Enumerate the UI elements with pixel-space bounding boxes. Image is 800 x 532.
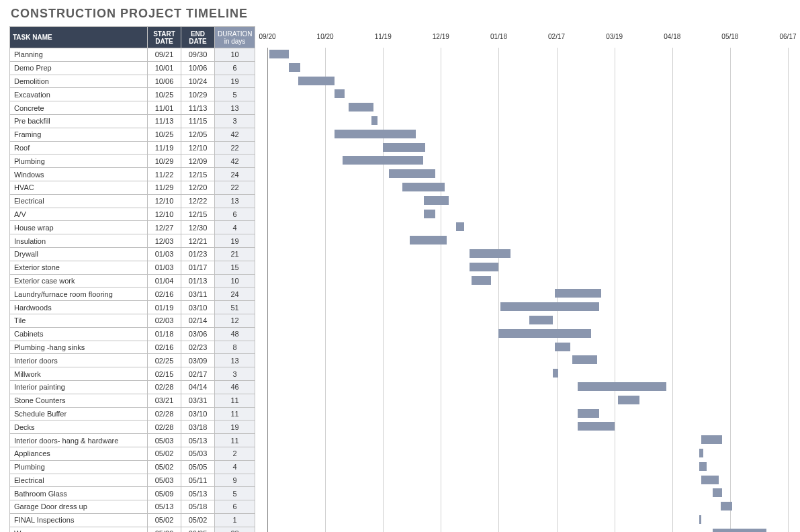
gantt-bar[interactable] [456, 222, 463, 231]
task-end: 05/13 [181, 434, 215, 447]
gantt-bar[interactable] [269, 50, 289, 58]
task-end: 05/11 [181, 474, 215, 487]
gantt-bar[interactable] [383, 143, 425, 152]
gantt-bar[interactable] [699, 449, 703, 457]
gantt-bar[interactable] [335, 89, 344, 98]
table-row[interactable]: Garage Door dress up05/1305/186 [10, 500, 255, 514]
table-row[interactable]: Framing10/2512/0542 [10, 128, 255, 141]
task-end: 03/18 [181, 420, 215, 434]
gantt-bar[interactable] [410, 236, 447, 245]
table-row[interactable]: Excavation10/2510/295 [10, 88, 255, 101]
gantt-bar[interactable] [470, 263, 498, 271]
gantt-bar[interactable] [701, 435, 723, 444]
task-start: 02/28 [148, 420, 181, 434]
gantt-bar[interactable] [572, 355, 597, 364]
gantt-bar[interactable] [578, 409, 599, 418]
task-duration: 12 [215, 314, 255, 327]
gantt-bar[interactable] [618, 396, 639, 404]
table-row[interactable]: Concrete11/0111/1313 [10, 101, 255, 115]
table-row[interactable]: Interior painting02/2804/1446 [10, 380, 255, 394]
gantt-row [267, 181, 791, 194]
table-row[interactable]: Stone Counters03/2103/3111 [10, 394, 255, 407]
gantt-bar[interactable] [498, 329, 591, 338]
table-row[interactable]: Tile02/0302/1412 [10, 314, 255, 327]
gantt-bar[interactable] [721, 502, 732, 511]
gantt-bar[interactable] [555, 289, 601, 298]
task-start: 11/29 [148, 181, 181, 194]
table-row[interactable]: Drywall01/0301/2321 [10, 247, 255, 261]
table-row[interactable]: Schedule Buffer02/2803/1011 [10, 407, 255, 420]
gantt-bar[interactable] [424, 210, 435, 218]
table-row[interactable]: HVAC11/2912/2022 [10, 181, 255, 194]
table-row[interactable]: Laundry/furnace room flooring02/1603/112… [10, 287, 255, 301]
gantt-bar[interactable] [713, 488, 722, 497]
table-row[interactable]: Planning09/2109/3010 [10, 48, 255, 62]
table-row[interactable]: Plumbing10/2912/0942 [10, 154, 255, 168]
gantt-bar[interactable] [470, 249, 510, 258]
task-start: 05/09 [148, 487, 181, 500]
task-duration: 22 [215, 181, 255, 194]
gantt-bar[interactable] [402, 183, 445, 191]
table-row[interactable]: Exterior case work01/0401/1310 [10, 274, 255, 287]
gantt-bar[interactable] [553, 369, 559, 378]
gantt-bar[interactable] [343, 156, 424, 165]
gantt-tick-label: 01/18 [490, 33, 507, 40]
task-duration: 3 [215, 114, 255, 128]
task-table: TASK NAME START DATE END DATE DURATIONin… [9, 26, 255, 532]
task-start: 03/21 [148, 394, 181, 407]
gantt-bar[interactable] [578, 382, 666, 391]
table-row[interactable]: Demolition10/0610/2419 [10, 75, 255, 88]
table-row[interactable]: Interior doors02/2503/0913 [10, 354, 255, 367]
table-row[interactable]: Insulation12/0312/2119 [10, 234, 255, 248]
table-row[interactable]: A/V12/1012/156 [10, 208, 255, 221]
task-end: 05/18 [181, 500, 215, 514]
table-row[interactable]: Electrical12/1012/2213 [10, 194, 255, 208]
gantt-bar[interactable] [389, 169, 435, 178]
table-row[interactable]: Millwork02/1502/173 [10, 367, 255, 381]
gantt-bar[interactable] [699, 515, 701, 524]
table-row[interactable]: Wrap up05/0906/0528 [10, 527, 255, 532]
task-name: Garage Door dress up [10, 500, 148, 514]
gantt-bar[interactable] [349, 103, 373, 112]
table-row[interactable]: Roof11/1912/1022 [10, 141, 255, 154]
gantt-row [267, 128, 791, 141]
table-row[interactable]: Interior doors- hang & hardware05/0305/1… [10, 434, 255, 447]
table-row[interactable]: Plumbing05/0205/054 [10, 460, 255, 474]
gantt-bar[interactable] [578, 422, 615, 431]
gantt-bar[interactable] [555, 343, 570, 351]
task-start: 10/01 [148, 61, 181, 75]
table-row[interactable]: Bathroom Glass05/0905/135 [10, 487, 255, 500]
gantt-bar[interactable] [529, 316, 552, 324]
gantt-bar[interactable] [500, 302, 598, 311]
table-row[interactable]: Cabinets01/1803/0648 [10, 327, 255, 341]
table-row[interactable]: FINAL Inspections05/0205/021 [10, 513, 255, 527]
table-row[interactable]: Decks02/2803/1819 [10, 420, 255, 434]
gantt-bar[interactable] [371, 116, 377, 125]
gantt-row [267, 274, 791, 287]
table-row[interactable]: Pre backfill11/1311/153 [10, 114, 255, 128]
table-row[interactable]: Electrical05/0305/119 [10, 474, 255, 487]
gantt-bar[interactable] [701, 476, 719, 484]
gantt-bar[interactable] [289, 63, 300, 72]
table-row[interactable]: Hardwoods01/1903/1051 [10, 301, 255, 314]
table-row[interactable]: Exterior stone01/0301/1715 [10, 261, 255, 274]
task-name: Drywall [10, 247, 148, 261]
gantt-bar[interactable] [699, 462, 707, 471]
task-name: Exterior stone [10, 261, 148, 274]
gantt-bar[interactable] [472, 276, 491, 285]
table-row[interactable]: Plumbing -hang sinks02/1602/238 [10, 341, 255, 354]
gantt-bar[interactable] [424, 196, 449, 205]
gantt-row [267, 513, 791, 527]
gantt-bar[interactable] [335, 130, 416, 138]
task-end: 09/30 [181, 48, 215, 62]
table-row[interactable]: House wrap12/2712/304 [10, 221, 255, 234]
gantt-tick-label: 10/20 [317, 33, 334, 40]
gantt-bar[interactable] [298, 77, 335, 85]
task-start: 01/19 [148, 301, 181, 314]
task-start: 10/06 [148, 75, 181, 88]
gantt-bar[interactable] [713, 529, 766, 532]
table-row[interactable]: Appliances05/0205/032 [10, 447, 255, 460]
task-end: 03/06 [181, 327, 215, 341]
table-row[interactable]: Windows11/2212/1524 [10, 168, 255, 181]
table-row[interactable]: Demo Prep10/0110/066 [10, 61, 255, 75]
